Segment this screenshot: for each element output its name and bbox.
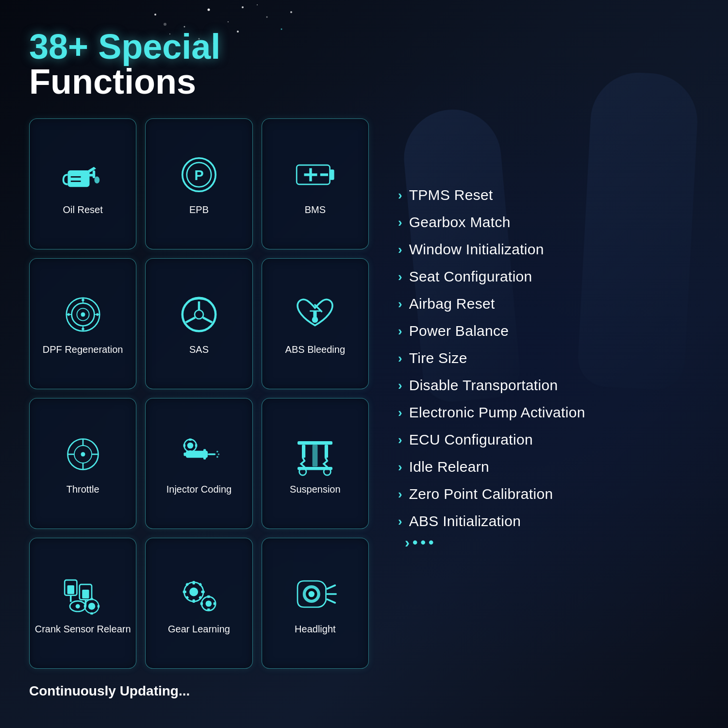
sas-icon (177, 293, 221, 336)
sas-label: SAS (189, 343, 209, 356)
feature-item: › Gearbox Match (398, 214, 704, 231)
feature-arrow-2: › (398, 243, 402, 256)
svg-line-111 (328, 599, 335, 603)
svg-point-17 (94, 177, 99, 183)
feature-text-0: TPMS Reset (409, 187, 493, 203)
oil-icon (61, 153, 105, 197)
feature-item: › Idle Relearn (398, 459, 704, 475)
title-line1: 38+ Special (29, 29, 369, 64)
bms-label: BMS (305, 203, 326, 216)
svg-rect-64 (183, 444, 186, 447)
suspension-label: Suspension (290, 483, 341, 496)
card-crank: Crank Sensor Relearn (29, 538, 136, 669)
title-block: 38+ Special Functions (29, 29, 369, 99)
svg-rect-92 (192, 581, 195, 584)
svg-rect-95 (201, 591, 204, 593)
svg-rect-102 (207, 596, 210, 598)
feature-text-4: Airbag Reset (409, 296, 495, 312)
feature-text-10: Idle Relearn (409, 459, 489, 475)
feature-arrow-1: › (398, 216, 402, 229)
feature-arrow-8: › (398, 406, 402, 419)
feature-item: › Window Initialization (398, 241, 704, 258)
svg-rect-58 (208, 453, 215, 455)
feature-item: › ABS Initialization (398, 513, 704, 529)
svg-point-41 (195, 310, 203, 319)
crank-icon (61, 572, 105, 616)
feature-arrow-0: › (398, 189, 402, 201)
feature-text-7: Disable Transportation (409, 377, 558, 394)
svg-rect-73 (313, 445, 318, 466)
svg-rect-77 (67, 585, 74, 594)
functions-grid: Oil Reset P EPB (29, 118, 369, 669)
crank-label: Crank Sensor Relearn (35, 623, 131, 635)
svg-rect-80 (82, 590, 89, 598)
svg-rect-57 (183, 452, 188, 456)
card-sas: SAS (145, 258, 252, 389)
feature-text-5: Power Balance (409, 323, 509, 339)
feature-item: › ECU Configuration (398, 431, 704, 448)
svg-rect-86 (90, 598, 93, 600)
feature-arrow-12: › (398, 515, 402, 528)
feature-list: › TPMS Reset › Gearbox Match › Window In… (398, 187, 704, 529)
bms-icon (293, 153, 337, 197)
card-headlight: Headlight (262, 538, 369, 669)
card-suspension: Suspension (262, 398, 369, 529)
feature-item: › Power Balance (398, 323, 704, 339)
svg-point-68 (216, 456, 218, 458)
oil-reset-label: Oil Reset (63, 203, 103, 216)
headlight-label: Headlight (295, 623, 336, 635)
svg-point-108 (309, 591, 315, 597)
svg-point-36 (82, 299, 84, 301)
svg-rect-16 (92, 170, 95, 178)
feature-text-3: Seat Configuration (409, 268, 532, 285)
svg-text:P: P (194, 167, 203, 183)
feature-item: › TPMS Reset (398, 187, 704, 203)
epb-label: EPB (189, 203, 209, 216)
dpf-label: DPF Regeneration (43, 343, 123, 356)
svg-rect-87 (90, 612, 93, 615)
main-content: 38+ Special Functions (0, 0, 728, 728)
throttle-label: Throttle (66, 483, 99, 496)
card-injector: Injector Coding (145, 398, 252, 529)
feature-arrow-7: › (398, 379, 402, 392)
card-abs: ABS Bleeding (262, 258, 369, 389)
svg-rect-62 (189, 439, 191, 441)
updating-text: Continuously Updating... (29, 683, 369, 699)
svg-line-43 (186, 317, 195, 322)
svg-point-101 (205, 601, 212, 607)
suspension-icon (293, 432, 337, 476)
svg-rect-65 (195, 444, 198, 447)
feature-arrow-3: › (398, 270, 402, 283)
svg-rect-94 (183, 591, 186, 593)
svg-rect-59 (203, 449, 206, 460)
feature-text-1: Gearbox Match (409, 214, 511, 231)
more-dots: ›••• (398, 534, 704, 551)
svg-point-55 (81, 452, 85, 457)
svg-rect-103 (207, 609, 210, 611)
svg-point-61 (187, 443, 194, 449)
svg-point-66 (216, 451, 218, 453)
feature-text-12: ABS Initialization (409, 513, 521, 529)
svg-point-37 (96, 313, 99, 315)
gear-label: Gear Learning (168, 623, 230, 635)
abs-label: ABS Bleeding (285, 343, 345, 356)
card-gear: Gear Learning (145, 538, 252, 669)
right-column: › TPMS Reset › Gearbox Match › Window In… (388, 29, 704, 699)
feature-arrow-10: › (398, 461, 402, 473)
svg-rect-70 (302, 445, 305, 458)
feature-arrow-4: › (398, 298, 402, 310)
svg-line-109 (328, 585, 335, 589)
card-oil-reset: Oil Reset (29, 118, 136, 249)
feature-item: › Tire Size (398, 350, 704, 366)
svg-point-85 (88, 603, 95, 610)
feature-text-6: Tire Size (409, 350, 467, 366)
svg-rect-88 (83, 605, 86, 608)
svg-rect-24 (330, 169, 334, 180)
card-throttle: Throttle (29, 398, 136, 529)
svg-point-38 (82, 328, 84, 330)
feature-arrow-11: › (398, 488, 402, 500)
svg-rect-63 (189, 450, 191, 453)
left-column: 38+ Special Functions (29, 29, 369, 699)
card-bms: BMS (262, 118, 369, 249)
svg-rect-104 (200, 602, 203, 605)
